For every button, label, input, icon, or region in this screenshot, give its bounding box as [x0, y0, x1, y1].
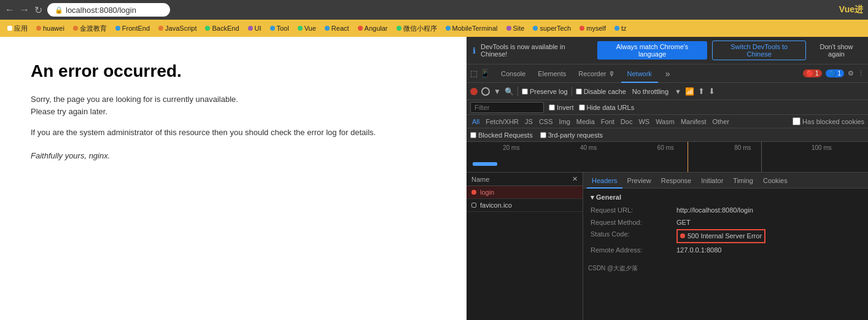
type-js[interactable]: JS: [523, 118, 535, 125]
third-party-checkbox[interactable]: [540, 132, 546, 138]
general-section: ▾ General Request URL: http://localhost:…: [583, 189, 868, 262]
switch-chinese-button[interactable]: Switch DevTools to Chinese: [712, 41, 806, 60]
bm-mobile[interactable]: MobileTerminal: [442, 23, 502, 33]
bm-jdJY[interactable]: 金渡教育: [69, 23, 110, 34]
clear-button[interactable]: [481, 87, 490, 96]
type-font[interactable]: Font: [599, 118, 616, 125]
type-fetch-xhr[interactable]: Fetch/XHR: [484, 118, 521, 125]
request-item-login[interactable]: login: [467, 186, 583, 199]
hide-data-urls-checkbox[interactable]: [579, 104, 585, 111]
bm-frontend[interactable]: FrontEnd: [112, 23, 153, 33]
browser-top-right: Vue进: [839, 4, 863, 15]
back-button[interactable]: ←: [5, 4, 15, 15]
type-all[interactable]: All: [470, 118, 481, 125]
timeline-bar-login: [473, 162, 497, 166]
type-doc[interactable]: Doc: [619, 118, 635, 125]
tab-console[interactable]: Console: [495, 64, 532, 83]
bm-myself[interactable]: myself: [576, 23, 610, 33]
bm-react[interactable]: React: [321, 23, 353, 33]
error-signature: Faithfully yours, nginx.: [31, 151, 436, 160]
tab-cookies[interactable]: Cookies: [758, 173, 792, 189]
request-method-key: Request Method:: [591, 217, 676, 228]
third-party-label[interactable]: 3rd-party requests: [540, 131, 603, 139]
bm-tz[interactable]: tz: [611, 23, 630, 33]
settings-icon[interactable]: ⚙: [848, 69, 854, 77]
timeline-labels: 20 ms 40 ms 60 ms 80 ms 100 ms: [467, 144, 868, 151]
tab-response[interactable]: Response: [656, 173, 697, 189]
bm-js[interactable]: JavaScript: [155, 23, 200, 33]
top-right-label: Vue进: [839, 4, 863, 15]
request-detail: Headers Preview Response Initiator Timin…: [583, 173, 868, 320]
devtools-banner: ℹ DevTools is now available in Chinese! …: [467, 37, 868, 64]
normal-indicator: [471, 203, 476, 208]
tab-more[interactable]: »: [659, 64, 676, 83]
timeline-marker: [688, 142, 688, 172]
network-timeline: 20 ms 40 ms 60 ms 80 ms 100 ms: [467, 142, 868, 173]
tab-headers[interactable]: Headers: [587, 173, 622, 189]
bm-tool[interactable]: Tool: [266, 23, 293, 33]
match-language-button[interactable]: Always match Chrome's language: [597, 41, 708, 60]
request-name-favicon: favicon.ico: [480, 201, 512, 209]
tab-timing[interactable]: Timing: [728, 173, 758, 189]
bm-site[interactable]: Site: [503, 23, 529, 33]
bm-ui[interactable]: UI: [244, 23, 265, 33]
filter-icon[interactable]: ▼: [494, 87, 501, 96]
reload-button[interactable]: ↻: [34, 4, 42, 16]
bm-apps[interactable]: 应用: [4, 23, 31, 34]
type-ws[interactable]: WS: [637, 118, 651, 125]
more-options-icon[interactable]: ⋮: [858, 69, 864, 77]
csdn-attribution: CSDN @大盗夕落: [583, 262, 868, 275]
close-waterfall-icon[interactable]: ✕: [572, 175, 578, 183]
detail-tabs: Headers Preview Response Initiator Timin…: [583, 173, 868, 189]
type-manifest[interactable]: Manifest: [679, 118, 708, 125]
hide-data-urls-label[interactable]: Hide data URLs: [579, 104, 635, 111]
bm-huawei[interactable]: huawei: [33, 23, 68, 33]
record-button[interactable]: [470, 88, 478, 95]
request-method-value: GET: [676, 217, 691, 228]
bookmarks-bar: 应用 huawei 金渡教育 FrontEnd JavaScript BackE…: [0, 20, 868, 37]
forward-button[interactable]: →: [20, 4, 29, 15]
request-method-row: Request Method: GET: [591, 217, 861, 228]
blocked-requests-label[interactable]: Blocked Requests: [470, 131, 533, 139]
cursor-icon: ⬚: [470, 69, 478, 78]
preserve-log-checkbox[interactable]: [522, 88, 528, 95]
timeline-marker2: [761, 142, 762, 172]
blocked-requests-checkbox[interactable]: [470, 132, 476, 138]
disable-cache-label[interactable]: Disable cache: [576, 88, 626, 95]
type-css[interactable]: CSS: [537, 118, 555, 125]
invert-checkbox[interactable]: [549, 104, 555, 111]
blocked-filter-row: Blocked Requests 3rd-party requests: [467, 128, 868, 142]
remote-address-value: 127.0.0.1:8080: [676, 245, 721, 256]
search-icon[interactable]: 🔍: [505, 87, 514, 96]
has-blocked-cookies-checkbox[interactable]: [792, 117, 800, 125]
no-throttling[interactable]: No throttling: [630, 87, 671, 96]
warning-badge: 🔵 1: [826, 69, 844, 77]
tab-network[interactable]: Network: [621, 64, 658, 83]
tab-elements[interactable]: Elements: [532, 64, 572, 83]
tab-initiator[interactable]: Initiator: [696, 173, 728, 189]
preserve-log-label[interactable]: Preserve log: [522, 88, 568, 95]
bm-wx[interactable]: 微信小程序: [393, 23, 441, 34]
type-media[interactable]: Media: [575, 118, 597, 125]
bm-backend[interactable]: BackEnd: [201, 23, 242, 33]
separator: [517, 87, 518, 96]
invert-label[interactable]: Invert: [549, 104, 574, 111]
tab-preview[interactable]: Preview: [622, 173, 656, 189]
type-other[interactable]: Other: [710, 118, 731, 125]
url-text: localhost:8080/login: [66, 6, 136, 15]
type-img[interactable]: Img: [557, 118, 572, 125]
dont-show-again-button[interactable]: Don't show again: [811, 43, 862, 58]
bm-supertech[interactable]: superTech: [529, 23, 575, 33]
bm-vue[interactable]: Vue: [294, 23, 320, 33]
disable-cache-checkbox[interactable]: [576, 88, 582, 95]
status-code-key: Status Code:: [591, 229, 676, 243]
filter-input[interactable]: [470, 102, 544, 113]
bm-angular[interactable]: Angular: [354, 23, 392, 33]
error-title: An error occurred.: [31, 61, 436, 81]
tab-recorder[interactable]: Recorder 🎙: [572, 64, 621, 83]
banner-text: DevTools is now available in Chinese!: [481, 43, 592, 58]
throttle-arrow[interactable]: ▼: [675, 88, 681, 95]
type-wasm[interactable]: Wasm: [654, 118, 676, 125]
address-bar[interactable]: 🔒 localhost:8080/login: [47, 3, 170, 17]
request-item-favicon[interactable]: favicon.ico: [467, 199, 583, 212]
